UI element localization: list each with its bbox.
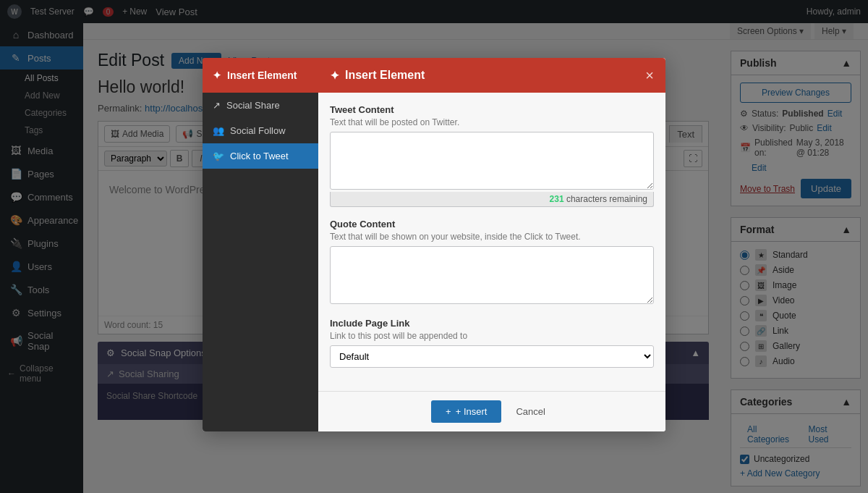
quote-content-textarea[interactable] <box>330 246 654 304</box>
modal-header: ✦ Insert Element × <box>318 58 665 93</box>
insert-button[interactable]: + + Insert <box>431 400 501 423</box>
modal-sidebar-header: ✦ Insert Element <box>203 58 318 93</box>
social-share-icon: ↗ <box>213 100 221 111</box>
include-page-link-select[interactable]: Default <box>330 345 654 368</box>
tweet-content-label: Tweet Content <box>330 104 654 115</box>
modal-sidebar-social-follow[interactable]: 👥 Social Follow <box>203 118 318 143</box>
modal-title: ✦ Insert Element <box>330 69 425 83</box>
include-page-link-label: Include Page Link <box>330 318 654 329</box>
modal-sidebar-click-to-tweet[interactable]: 🐦 Click to Tweet <box>203 143 318 169</box>
tweet-content-desc: Text that will be posted on Twitter. <box>330 117 654 127</box>
modal-sidebar-social-share[interactable]: ↗ Social Share <box>203 93 318 118</box>
quote-content-label: Quote Content <box>330 219 654 229</box>
modal-overlay[interactable]: ✦ Insert Element ↗ Social Share 👥 Social… <box>0 0 868 493</box>
cancel-button[interactable]: Cancel <box>509 400 552 423</box>
insert-plus-icon: + <box>446 406 451 417</box>
modal-footer: + + Insert Cancel <box>318 391 665 431</box>
modal-title-text: Insert Element <box>345 69 425 82</box>
modal-main: ✦ Insert Element × Tweet Content Text th… <box>318 58 665 431</box>
char-count-label: characters remaining <box>566 194 647 204</box>
tweet-content-section: Tweet Content Text that will be posted o… <box>330 104 654 207</box>
modal-close-button[interactable]: × <box>645 68 654 83</box>
include-page-link-section: Include Page Link Link to this post will… <box>330 318 654 368</box>
tweet-content-textarea[interactable] <box>330 132 654 190</box>
char-counter: 231 characters remaining <box>330 192 654 207</box>
quote-content-section: Quote Content Text that will be shown on… <box>330 219 654 306</box>
char-count-number: 231 <box>550 194 564 204</box>
modal-sidebar: ✦ Insert Element ↗ Social Share 👥 Social… <box>203 58 318 431</box>
social-follow-label: Social Follow <box>230 125 286 136</box>
modal-sidebar-title: Insert Element <box>227 69 297 81</box>
include-page-link-desc: Link to this post will be appended to <box>330 331 654 341</box>
social-share-label: Social Share <box>226 100 280 111</box>
modal-header-icon: ✦ <box>213 69 221 81</box>
insert-element-modal: ✦ Insert Element ↗ Social Share 👥 Social… <box>203 58 665 431</box>
social-follow-icon: 👥 <box>213 125 224 136</box>
click-to-tweet-label: Click to Tweet <box>230 151 289 161</box>
quote-content-desc: Text that will be shown on your website,… <box>330 232 654 242</box>
modal-title-icon: ✦ <box>330 69 339 83</box>
click-to-tweet-icon: 🐦 <box>213 151 224 161</box>
insert-label: + Insert <box>456 406 488 417</box>
modal-body: Tweet Content Text that will be posted o… <box>318 93 665 391</box>
